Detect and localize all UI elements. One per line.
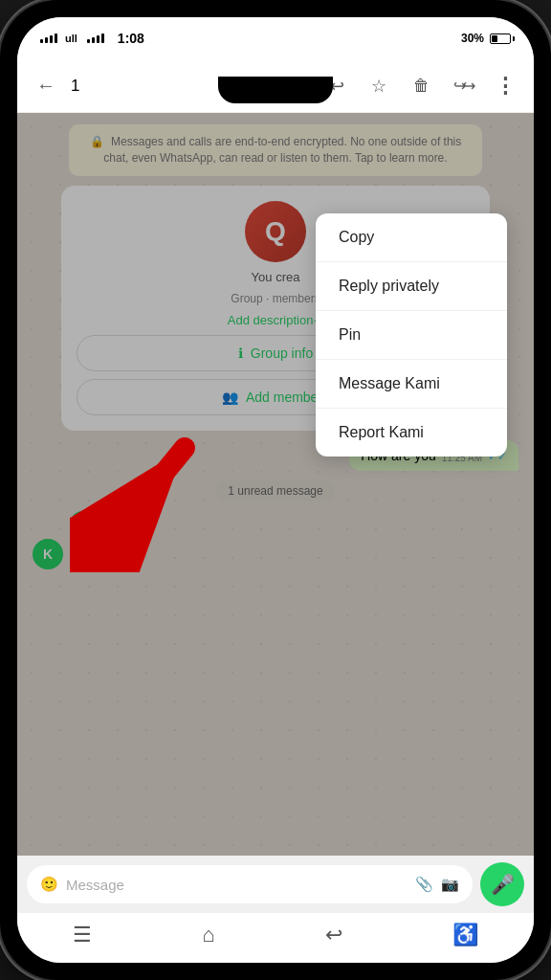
network-label: ull <box>65 33 77 44</box>
more-options-button[interactable]: ⋮ <box>488 69 522 103</box>
nav-accessibility-icon[interactable]: ♿ <box>452 923 478 947</box>
delete-button[interactable]: 🗑 <box>404 69 438 103</box>
signal-bars <box>40 33 57 43</box>
star-button[interactable]: ☆ <box>362 69 396 103</box>
status-bar: ull 1:08 30% <box>17 17 534 59</box>
status-right: 30% <box>461 32 511 45</box>
signal-bar2-4 <box>101 33 104 43</box>
battery-percent: 30% <box>461 32 484 45</box>
notch <box>218 77 333 103</box>
nav-back-icon[interactable]: ↩ <box>325 923 342 947</box>
context-menu-report-kami[interactable]: Report Kami <box>316 409 507 457</box>
forward-button[interactable]: ↪↪ <box>446 69 480 103</box>
back-button[interactable]: ← <box>29 69 63 103</box>
battery-fill <box>492 35 497 42</box>
signal-bar-3 <box>50 35 53 43</box>
context-menu-message-kami[interactable]: Message Kami <box>316 360 507 409</box>
context-menu-reply-privately[interactable]: Reply privately <box>316 262 507 311</box>
emoji-icon[interactable]: 🙂 <box>40 876 58 893</box>
phone-frame: ull 1:08 30% ← 1 ↩ ☆ <box>0 0 551 980</box>
signal-bar2-3 <box>97 35 99 43</box>
chat-area: 🔒 Messages and calls are end-to-end encr… <box>17 113 534 856</box>
nav-menu-icon[interactable]: ☰ <box>73 923 92 947</box>
phone-screen: ull 1:08 30% ← 1 ↩ ☆ <box>17 17 534 963</box>
signal-bar2-2 <box>92 37 95 43</box>
context-menu: Copy Reply privately Pin Message Kami Re… <box>316 213 507 457</box>
signal-bar-4 <box>55 33 57 43</box>
time-display: 1:08 <box>118 31 144 46</box>
selection-count: 1 <box>71 77 79 96</box>
signal-bar-2 <box>45 37 48 43</box>
signal-bar-1 <box>40 39 43 43</box>
input-bar: 🙂 Message 📎 📷 🎤 <box>17 856 534 913</box>
mic-button[interactable]: 🎤 <box>480 862 524 906</box>
message-placeholder: Message <box>66 877 408 893</box>
battery-icon <box>490 33 511 44</box>
status-left: ull 1:08 <box>40 31 144 46</box>
context-menu-pin[interactable]: Pin <box>316 311 507 360</box>
camera-icon[interactable]: 📷 <box>441 876 459 893</box>
nav-home-icon[interactable]: ⌂ <box>202 923 214 947</box>
attach-icon[interactable]: 📎 <box>415 876 433 893</box>
signal-bars-2 <box>87 33 104 43</box>
signal-bar2-1 <box>87 39 90 43</box>
mic-icon: 🎤 <box>491 873 515 896</box>
message-input-container[interactable]: 🙂 Message 📎 📷 <box>27 865 473 903</box>
bottom-nav: ☰ ⌂ ↩ ♿ <box>17 913 534 963</box>
context-menu-copy[interactable]: Copy <box>316 213 507 262</box>
